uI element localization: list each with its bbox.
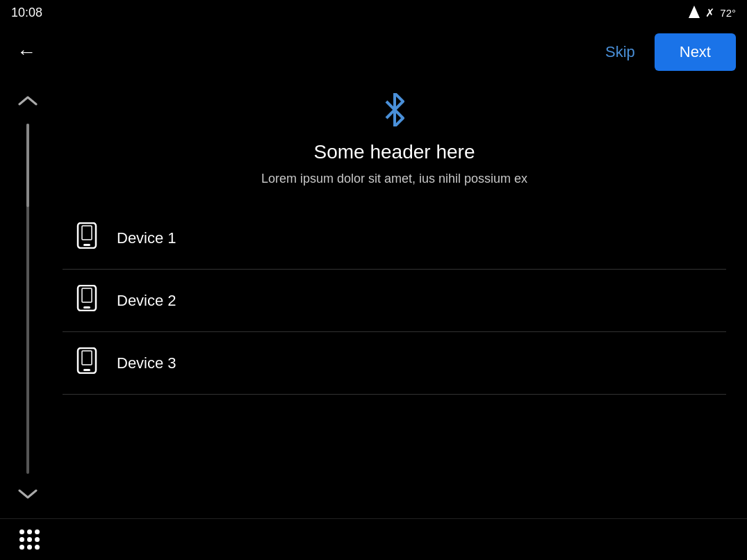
main-title: Some header here [314, 141, 475, 163]
header-section: Some header here Lorem ipsum dolor sit a… [63, 79, 726, 207]
device-icon-2 [76, 285, 97, 316]
device-icon-1 [76, 222, 97, 254]
scroll-track [26, 124, 29, 474]
svg-marker-0 [689, 6, 700, 18]
device-name-2: Device 2 [117, 292, 177, 310]
nav-right: Skip Next [597, 33, 736, 71]
content-area: Some header here Lorem ipsum dolor sit a… [56, 79, 747, 518]
back-button[interactable]: ← [11, 35, 42, 69]
device-item-3[interactable]: Device 3 [63, 332, 726, 395]
svg-rect-8 [83, 369, 90, 371]
scroll-down-button[interactable] [11, 479, 44, 511]
svg-rect-2 [83, 244, 90, 246]
svg-rect-9 [82, 351, 92, 365]
subtitle-text: Lorem ipsum dolor sit amet, ius nihil po… [261, 172, 527, 186]
skip-button[interactable]: Skip [597, 38, 643, 67]
status-time: 10:08 [11, 6, 42, 20]
status-icons: ✗ 72° [689, 6, 736, 20]
status-bar: 10:08 ✗ 72° [0, 0, 747, 25]
device-item-1[interactable]: Device 1 [63, 207, 726, 270]
bluetooth-header-icon [381, 93, 409, 133]
left-panel [0, 79, 56, 518]
apps-grid-icon [19, 529, 40, 550]
bottom-bar [0, 518, 747, 560]
svg-rect-5 [83, 306, 90, 308]
device-name-3: Device 3 [117, 354, 177, 372]
device-icon-3 [76, 347, 97, 379]
temperature-text: 72° [720, 7, 736, 19]
scroll-up-button[interactable] [11, 86, 44, 118]
bluetooth-status-icon: ✗ [705, 6, 714, 19]
scroll-thumb[interactable] [26, 124, 29, 207]
device-list: Device 1 Device 2 [63, 207, 726, 518]
next-button[interactable]: Next [655, 33, 736, 71]
svg-rect-3 [82, 226, 92, 240]
signal-icon [689, 6, 700, 20]
main-area: Some header here Lorem ipsum dolor sit a… [0, 79, 747, 518]
device-name-1: Device 1 [117, 229, 177, 247]
nav-bar: ← Skip Next [0, 25, 747, 79]
nav-left: ← [11, 35, 42, 69]
svg-rect-6 [82, 288, 92, 302]
apps-grid-button[interactable] [14, 524, 45, 555]
device-item-2[interactable]: Device 2 [63, 270, 726, 332]
